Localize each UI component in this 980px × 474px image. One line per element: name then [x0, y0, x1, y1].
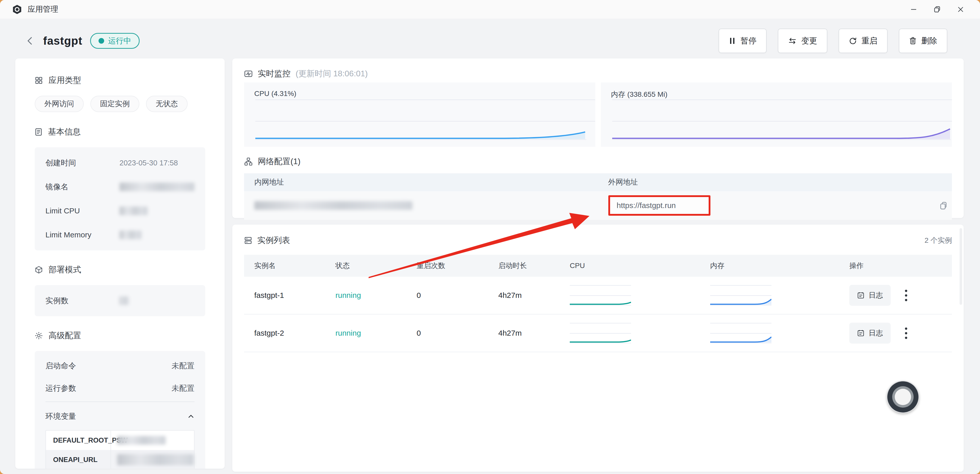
pulse-icon: [244, 70, 253, 78]
log-icon: [857, 291, 865, 299]
instance-status: running: [325, 329, 406, 337]
instance-operations: 日志: [839, 323, 952, 344]
pause-button[interactable]: 暂停: [719, 29, 767, 53]
list-icon: [244, 236, 252, 245]
env-vars-table: DEFAULT_ROOT_PSW ONEAPI_URL CHAT_API_KEY…: [45, 430, 194, 469]
memory-chart: 内存 (338.655 Mi): [601, 83, 952, 147]
info-row-limit-memory: Limit Memory: [45, 223, 194, 247]
adv-row-run-params: 运行参数 未配置: [45, 377, 194, 399]
tag-external-access: 外网访问: [35, 96, 84, 112]
instance-memory-sparkline: [700, 280, 839, 311]
pause-icon: [729, 37, 736, 45]
header-actions: 暂停 变更 重启 删除: [719, 29, 947, 53]
col-status: 状态: [325, 261, 406, 270]
info-row-image: 镜像名: [45, 175, 194, 199]
monitor-update-time: (更新时间 18:06:01): [296, 68, 368, 80]
redacted-value: [119, 296, 129, 305]
instances-table: 实例名 状态 重启次数 启动时长 CPU 内存 操作 fastgpt-1 run…: [244, 255, 952, 352]
redacted-value: [117, 454, 194, 465]
instances-card: 实例列表 2 个实例 实例名 状态 重启次数 启动时长 CPU 内存 操作: [232, 224, 964, 472]
instance-uptime: 4h27m: [488, 329, 560, 337]
tag-fixed-instance: 固定实例: [91, 96, 139, 112]
instance-operations: 日志: [839, 285, 952, 306]
network-table: 内网地址 外网地址 https://fastgpt.run: [244, 173, 952, 220]
redacted-internal-address: [254, 201, 412, 210]
app-type-tags: 外网访问 固定实例 无状态: [35, 96, 205, 112]
info-row-limit-cpu: Limit CPU: [45, 199, 194, 223]
window-title: 应用管理: [27, 4, 58, 14]
instance-cpu-sparkline: [560, 318, 700, 348]
adv-row-start-command: 启动命令 未配置: [45, 355, 194, 377]
section-app-type: 应用类型: [35, 75, 205, 86]
app-window: 应用管理 fastgpt 运行中 暂: [0, 0, 980, 474]
delete-button[interactable]: 删除: [899, 29, 947, 53]
back-button[interactable]: [24, 35, 36, 47]
advanced-block: 启动命令 未配置 运行参数 未配置 环境变量 DEFAULT_ROOT_PSW: [35, 351, 205, 469]
app-logo-icon: [12, 5, 22, 14]
status-badge: 运行中: [90, 33, 140, 49]
close-button[interactable]: [949, 0, 972, 19]
env-row: DEFAULT_ROOT_PSW: [46, 431, 194, 450]
instance-name: fastgpt-1: [244, 291, 325, 300]
external-url[interactable]: https://fastgpt.run: [608, 195, 710, 216]
cpu-chart-plot: [244, 83, 595, 147]
row-menu-button[interactable]: [902, 325, 910, 342]
internal-address-cell: [244, 201, 598, 210]
instance-memory-sparkline: [700, 318, 839, 348]
col-internal-address: 内网地址: [244, 177, 598, 187]
log-button[interactable]: 日志: [849, 285, 891, 306]
swap-icon: [788, 37, 797, 45]
instance-count: 2 个实例: [924, 235, 952, 245]
grid-icon: [35, 76, 43, 84]
titlebar: 应用管理: [0, 0, 980, 19]
instances-title: 实例列表: [244, 234, 290, 247]
network-table-header: 内网地址 外网地址: [244, 173, 952, 191]
restore-button[interactable]: [925, 0, 949, 19]
cpu-chart-label: CPU (4.31%): [254, 90, 296, 98]
col-cpu: CPU: [560, 262, 700, 270]
info-row-instance-count: 实例数: [45, 289, 194, 313]
section-advanced: 高级配置: [35, 330, 205, 341]
basic-info-block: 创建时间 2023-05-30 17:58 镜像名 Limit CPU Limi…: [35, 147, 205, 250]
col-restarts: 重启次数: [406, 261, 488, 270]
tag-stateless: 无状态: [146, 96, 188, 112]
col-memory: 内存: [700, 261, 839, 270]
instance-restarts: 0: [406, 291, 488, 300]
memory-chart-label: 内存 (338.655 Mi): [611, 90, 668, 99]
instance-row: fastgpt-1 running 0 4h27m: [244, 277, 952, 315]
cpu-chart: CPU (4.31%): [244, 83, 595, 147]
chevron-up-icon: [188, 413, 194, 420]
log-icon: [857, 329, 865, 337]
page-header: fastgpt 运行中 暂停 变更 重启: [0, 19, 980, 52]
document-icon: [35, 128, 42, 136]
row-menu-button[interactable]: [902, 287, 910, 304]
redacted-value: [119, 231, 142, 239]
monitor-charts: CPU (4.31%) 内存 (338.655 Mi): [244, 83, 952, 147]
network-icon: [244, 157, 253, 166]
env-vars-header[interactable]: 环境变量: [45, 404, 194, 429]
env-row: ONEAPI_URL: [46, 450, 194, 469]
window-controls: [902, 0, 972, 19]
change-button[interactable]: 变更: [778, 29, 827, 53]
status-badge-label: 运行中: [108, 36, 131, 46]
deploy-mode-block: 实例数: [35, 285, 205, 316]
scrollbar[interactable]: [959, 228, 962, 305]
content: 应用类型 外网访问 固定实例 无状态 基本信息 创建时间 2023-05-30 …: [0, 52, 980, 472]
restart-button[interactable]: 重启: [838, 29, 888, 53]
instance-cpu-sparkline: [560, 280, 700, 311]
info-row-created: 创建时间 2023-05-30 17:58: [45, 151, 194, 175]
minimize-button[interactable]: [902, 0, 925, 19]
log-button[interactable]: 日志: [849, 323, 891, 344]
instance-status: running: [325, 291, 406, 300]
col-external-address: 外网地址: [598, 177, 952, 187]
status-dot-icon: [99, 38, 104, 44]
redacted-value: [119, 207, 148, 215]
network-table-row: https://fastgpt.run: [244, 191, 952, 220]
copy-icon[interactable]: [938, 200, 948, 211]
external-address-cell: https://fastgpt.run: [598, 195, 952, 216]
main-panel: 实时监控 (更新时间 18:06:01) CPU (4.31%): [232, 59, 964, 472]
redacted-value: [117, 436, 165, 445]
divider: [45, 401, 194, 402]
monitor-title-row: 实时监控 (更新时间 18:06:01): [244, 67, 952, 80]
section-basic-info: 基本信息: [35, 126, 205, 138]
